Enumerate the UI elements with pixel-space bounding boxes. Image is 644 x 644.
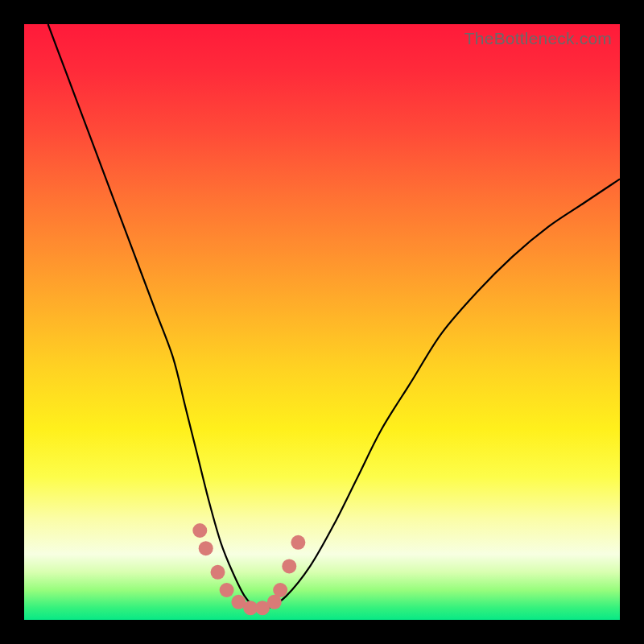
marker-group — [192, 523, 305, 615]
marker-point — [199, 541, 213, 555]
chart-frame: TheBottleneck.com — [0, 0, 644, 644]
marker-point — [282, 559, 296, 573]
plot-area: TheBottleneck.com — [24, 24, 620, 620]
marker-point — [192, 523, 207, 538]
marker-point — [220, 583, 234, 597]
bottleneck-curve — [48, 24, 620, 609]
marker-point — [273, 583, 287, 597]
curve-svg — [24, 24, 620, 620]
marker-point — [211, 565, 225, 580]
marker-point — [291, 535, 305, 550]
